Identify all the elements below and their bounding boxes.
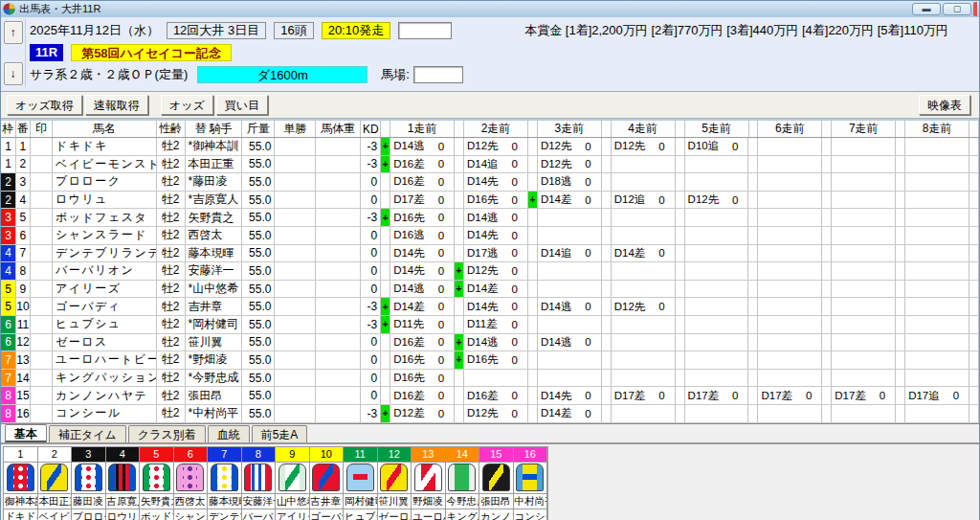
horse-row[interactable]: 815カンノンハヤテ牡2張田昂55.00D16差0D16差0D14先0D17差0…: [1, 387, 979, 405]
horse-row[interactable]: 36シャンスラード牡2西啓太55.00D16逃0D14先0: [1, 227, 979, 245]
horse-row[interactable]: 23ブロローク牡2*藤田凌55.00D16差0D14先0D18逃0: [1, 173, 979, 192]
column-header: 8走前: [905, 121, 969, 137]
silk-column[interactable]: 14今野忠成キングパッション: [446, 447, 480, 520]
close-button[interactable]: [973, 2, 977, 16]
past-race-cell: [685, 245, 749, 262]
silk-column[interactable]: 4吉原寛人ロウリュ: [106, 447, 141, 520]
silk-column[interactable]: 12笹川翼ゼーロス: [378, 447, 412, 520]
silk-horse-name: ブロローク: [72, 509, 105, 520]
silk-column[interactable]: 9山中悠希アイリーズ: [276, 447, 310, 520]
horse-row[interactable]: 612ゼーロス牡2笹川翼55.00D16差0+D14逃0D14逃0: [1, 334, 979, 352]
plus-marker-cell: [381, 351, 390, 369]
silk-column[interactable]: 6西啓太シャンスラード: [174, 447, 209, 520]
tab-基本[interactable]: 基本: [5, 424, 47, 442]
tab-補正タイム[interactable]: 補正タイム: [49, 425, 126, 442]
silk-column[interactable]: 1御神本訓ドキドキ: [4, 447, 38, 520]
past-race-cell: [538, 316, 602, 333]
silk-horse-name: ドキドキ: [4, 509, 37, 520]
past-race-cell: D14逃0: [538, 334, 602, 351]
silk-column[interactable]: 10吉井章ゴーバディ: [310, 447, 345, 520]
past-race-cell: [758, 281, 822, 298]
prize-money: 本賞金 [1着]2,200万円 [2着]770万円 [3着]440万円 [4着]…: [524, 22, 948, 39]
plus-marker-cell: [602, 370, 612, 387]
win-odds-cell: [275, 370, 316, 387]
plus-marker-cell: [896, 192, 905, 209]
plus-marker-cell: [969, 173, 979, 191]
past-race-cell: D17差0: [832, 387, 896, 404]
past-race-cell: [905, 298, 969, 315]
jockey-cell: 西啓太: [186, 227, 243, 244]
kd-cell: 0: [361, 387, 381, 404]
past-race-cell: [758, 209, 822, 226]
horse-number-cell: 2: [16, 156, 31, 173]
silk-column[interactable]: 13野畑凌ユーロハートビート: [412, 447, 446, 520]
past-race-cell: [685, 316, 749, 333]
plus-marker-cell: [676, 262, 685, 280]
plus-marker-cell: [528, 316, 538, 333]
horse-row[interactable]: 714キングパッション牡2*今野忠成55.00D16先0: [1, 370, 979, 388]
prev-race-button[interactable]: ↑: [4, 21, 23, 44]
tab-前5走A[interactable]: 前5走A: [252, 425, 308, 442]
plus-marker-cell: [676, 173, 685, 191]
odds-fetch-button[interactable]: オッズ取得: [7, 95, 82, 115]
horse-row[interactable]: 47デンテブリランテ牡2藤本現暉55.00D14先0D17逃0D14追0D14差…: [1, 245, 979, 263]
horse-row[interactable]: 816コンシール牡2*中村尚平55.0-3+D12差0D12先0D14差0: [1, 405, 979, 423]
horse-row[interactable]: 510ゴーバディ牡2吉井章55.0-3+D14差0D14先0D14逃0D12先0: [1, 298, 979, 316]
jockey-silk-icon: [310, 463, 344, 494]
body-weight-cell: [316, 192, 361, 209]
frame-number-cell: 6: [1, 316, 16, 333]
silk-column[interactable]: 8安藤洋一バーバリオン: [242, 447, 277, 520]
kaime-button[interactable]: 買い目: [216, 95, 268, 115]
plus-marker-cell: [381, 245, 390, 262]
silk-jockey-name: 中村尚平: [514, 494, 547, 509]
horse-row[interactable]: 713ユーロハートビート牡2*野畑凌55.00D16先0+D16先0: [1, 351, 979, 370]
column-header: 5走前: [685, 121, 749, 137]
weight-cell: 55.0: [242, 173, 275, 191]
silk-column[interactable]: 15張田昂カンノンハヤテ: [479, 447, 514, 520]
past-race-cell: D14差0: [464, 281, 528, 298]
flash-fetch-button[interactable]: 速報取得: [85, 95, 148, 115]
plus-marker-cell: +: [381, 405, 390, 422]
silk-column[interactable]: 16中村尚平コンシール: [514, 447, 548, 520]
horse-row[interactable]: 48バーバリオン牡2安藤洋一55.00D14先0+D12先0: [1, 262, 979, 281]
silk-column[interactable]: 5矢野貴之ボッドフェスタ: [140, 447, 174, 520]
silk-horse-number: 14: [446, 447, 479, 463]
plus-marker-cell: [528, 405, 538, 422]
horse-row[interactable]: 611ヒュブシュ牡2*岡村健司55.0-3+D11先0D11差0: [1, 316, 979, 334]
silk-horse-number: 7: [208, 447, 241, 463]
silk-column[interactable]: 11岡村健司ヒュブシュ: [344, 447, 378, 520]
silk-column[interactable]: 7藤本現暉デンテブリランテ: [208, 447, 242, 520]
video-button[interactable]: 映像表: [919, 95, 970, 115]
past-race-cell: [612, 405, 676, 422]
plus-marker-cell: [528, 351, 538, 369]
past-race-cell: [612, 351, 676, 369]
silk-column[interactable]: 3藤田凌ブロローク: [72, 447, 106, 520]
horse-row[interactable]: 35ボッドフェスタ牡2矢野貴之55.0-3+D16先0D14逃0: [1, 209, 979, 227]
silk-column[interactable]: 2本田正重ベイビーモンストル: [38, 447, 73, 520]
maximize-button[interactable]: ▢: [943, 3, 971, 15]
start-note-input[interactable]: [398, 22, 452, 39]
plus-marker-cell: [969, 405, 979, 422]
horse-row[interactable]: 12ベイビーモンストル牡2本田正重55.0-3+D16差0D14追0D12先0: [1, 156, 979, 174]
plus-marker-cell: +: [381, 298, 390, 315]
horse-row[interactable]: 11ドキドキ牡2*御神本訓55.0-3+D14逃0D12先0D12先0D12先0…: [1, 138, 979, 156]
past-race-cell: [538, 262, 602, 280]
past-race-cell: [612, 173, 676, 191]
horse-row[interactable]: 59アイリーズ牡2*山中悠希55.00D14逃0+D14差0: [1, 281, 979, 299]
plus-marker-cell: [676, 227, 685, 244]
horse-row[interactable]: 24ロウリュ牡2*吉原寛人55.00D17差0D16先0+D14差0D12追0D…: [1, 192, 979, 210]
tab-クラス別着[interactable]: クラス別着: [128, 425, 206, 442]
body-weight-cell: [316, 173, 361, 191]
tab-血統[interactable]: 血統: [208, 425, 250, 442]
plus-marker-cell: [748, 298, 758, 315]
odds-button[interactable]: オッズ: [161, 95, 213, 115]
minimize-button[interactable]: ▬: [912, 3, 941, 15]
horse-number-cell: 9: [16, 281, 31, 298]
past-race-cell: D12追0: [612, 192, 676, 209]
track-condition-input[interactable]: [413, 66, 463, 83]
past-race-cell: D18逃0: [538, 173, 602, 191]
frame-number-cell: 1: [1, 156, 16, 173]
column-header: 印: [31, 121, 53, 137]
next-race-button[interactable]: ↓: [4, 62, 23, 85]
past-race-cell: [685, 405, 749, 422]
